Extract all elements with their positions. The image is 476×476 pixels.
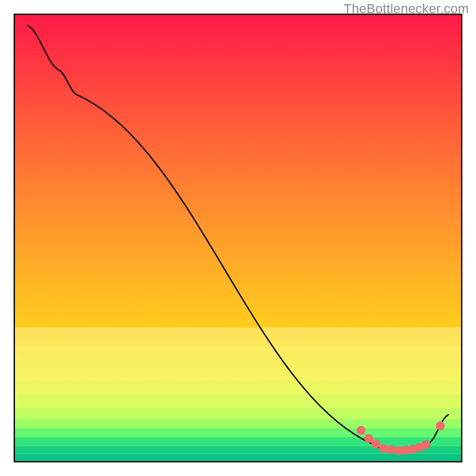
overlay-band [14,428,462,437]
bottleneck-chart [0,0,476,476]
overlay-band [14,345,462,363]
overlay-band [14,408,462,419]
data-marker [421,440,430,449]
overlay-band [14,437,462,446]
chart-container: TheBottlenecker.com [0,0,476,476]
data-marker [436,421,444,430]
overlay-band [14,419,462,428]
data-marker [379,444,388,453]
overlay-band [14,453,462,462]
data-marker [371,439,380,448]
overlay-band [14,381,462,395]
data-marker [364,434,373,443]
data-marker [387,445,396,454]
data-marker [356,426,365,435]
overlay-band [14,327,462,345]
overlay-band [14,364,462,381]
attribution-text: TheBottlenecker.com [344,1,469,17]
overlay-band [14,394,462,408]
